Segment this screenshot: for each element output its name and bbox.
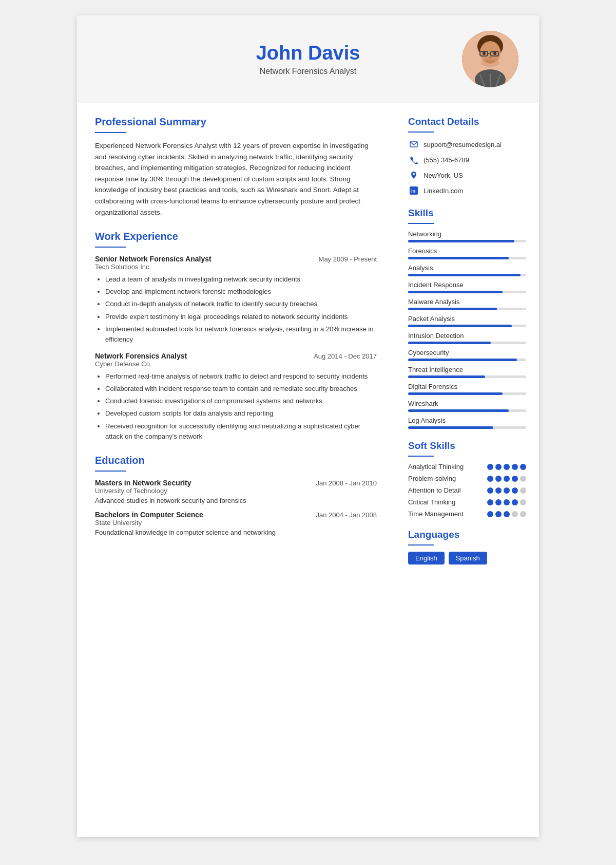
job-1-date: May 2009 - Present bbox=[319, 255, 377, 263]
contact-location: NewYork, US bbox=[408, 170, 526, 181]
skill-malware-bar-fill bbox=[408, 308, 497, 310]
dot-3 bbox=[504, 511, 510, 517]
job-2-title: Network Forensics Analyst bbox=[95, 352, 187, 360]
soft-skill-critical: Critical Thinking bbox=[408, 498, 526, 506]
languages-divider bbox=[408, 544, 434, 546]
skill-incident-response-bar-fill bbox=[408, 291, 503, 293]
svg-point-8 bbox=[489, 57, 492, 59]
dot-4 bbox=[512, 476, 518, 482]
dot-2 bbox=[495, 499, 502, 505]
skills-divider bbox=[408, 223, 434, 224]
contact-title: Contact Details bbox=[408, 116, 526, 127]
skill-threat: Threat Intelligence bbox=[408, 366, 526, 378]
dot-1 bbox=[487, 511, 493, 517]
summary-section: Professional Summary Experienced Network… bbox=[95, 116, 377, 218]
skill-forensics-bar-fill bbox=[408, 257, 509, 259]
skill-log-bar-fill bbox=[408, 426, 493, 429]
soft-skill-analytical-name: Analytical Thinking bbox=[408, 463, 464, 471]
location-icon bbox=[408, 170, 419, 181]
soft-skill-attention: Attention to Detail bbox=[408, 486, 526, 494]
svg-point-7 bbox=[493, 52, 496, 55]
soft-skill-problem-dots bbox=[487, 476, 526, 482]
soft-skill-analytical-dots bbox=[487, 464, 526, 470]
dot-5 bbox=[520, 476, 526, 482]
job-2-date: Aug 2014 - Dec 2017 bbox=[314, 352, 377, 360]
education-title: Education bbox=[95, 455, 377, 466]
job-1-bullet-2: Develop and implement network forensic m… bbox=[105, 287, 377, 297]
job-1-bullet-5: Implemented automated tools for network … bbox=[105, 324, 377, 345]
summary-text: Experienced Network Forensics Analyst wi… bbox=[95, 140, 377, 218]
job-1: Senior Network Forensics Analyst May 200… bbox=[95, 255, 377, 345]
dot-3 bbox=[504, 464, 510, 470]
degree-2-school: State University bbox=[95, 519, 377, 526]
svg-point-15 bbox=[413, 173, 415, 175]
soft-skill-time: Time Management bbox=[408, 510, 526, 518]
summary-title: Professional Summary bbox=[95, 116, 377, 128]
skill-intrusion: Intrusion Detection bbox=[408, 332, 526, 344]
skills-section: Skills Networking Forensics Analysis Inc… bbox=[408, 208, 526, 429]
job-2-bullet-1: Performed real-time analysis of network … bbox=[105, 371, 377, 382]
location-text: NewYork, US bbox=[424, 172, 463, 179]
skill-intrusion-bar-fill bbox=[408, 342, 491, 344]
skill-wireshark: Wireshark bbox=[408, 400, 526, 412]
dot-1 bbox=[487, 464, 493, 470]
skill-networking: Networking bbox=[408, 230, 526, 242]
dot-5 bbox=[520, 464, 526, 470]
skill-networking-name: Networking bbox=[408, 230, 526, 238]
job-1-title: Senior Network Forensics Analyst bbox=[95, 255, 211, 263]
dot-4 bbox=[512, 499, 518, 505]
avatar-image bbox=[462, 31, 518, 87]
skill-packet: Packet Analysis bbox=[408, 315, 526, 327]
degree-1-desc: Advanced studies in network security and… bbox=[95, 497, 377, 504]
dot-5 bbox=[520, 511, 526, 517]
soft-skill-attention-name: Attention to Detail bbox=[408, 486, 461, 494]
contact-divider bbox=[408, 131, 434, 133]
soft-skill-critical-dots bbox=[487, 499, 526, 505]
lang-spanish: Spanish bbox=[449, 552, 487, 565]
languages-title: Languages bbox=[408, 529, 526, 540]
skill-malware-name: Malware Analysis bbox=[408, 298, 526, 306]
skill-forensics: Forensics bbox=[408, 247, 526, 259]
linkedin-text: LinkedIn.com bbox=[424, 187, 463, 195]
skill-cybersecurity-bar-fill bbox=[408, 359, 517, 361]
degree-2: Bachelors in Computer Science Jan 2004 -… bbox=[95, 511, 377, 536]
skill-intrusion-name: Intrusion Detection bbox=[408, 332, 526, 340]
soft-skill-analytical: Analytical Thinking bbox=[408, 463, 526, 471]
dot-3 bbox=[504, 476, 510, 482]
job-1-bullet-4: Provide expert testimony in legal procee… bbox=[105, 312, 377, 322]
soft-skill-time-name: Time Management bbox=[408, 510, 464, 518]
skill-analysis-name: Analysis bbox=[408, 264, 526, 272]
job-2-bullet-4: Developed custom scripts for data analys… bbox=[105, 408, 377, 419]
skill-threat-name: Threat Intelligence bbox=[408, 366, 526, 373]
skill-networking-bar-bg bbox=[408, 240, 526, 242]
dot-4 bbox=[512, 464, 518, 470]
candidate-title: Network Forensics Analyst bbox=[154, 67, 462, 76]
contact-phone: (555) 345-6789 bbox=[408, 154, 526, 165]
degree-1-header: Masters in Network Security Jan 2008 - J… bbox=[95, 479, 377, 487]
skill-incident-response-name: Incident Response bbox=[408, 281, 526, 289]
education-section: Education Masters in Network Security Ja… bbox=[95, 455, 377, 536]
education-divider bbox=[95, 471, 126, 472]
skill-malware-bar-bg bbox=[408, 308, 526, 310]
soft-skills-section: Soft Skills Analytical Thinking Problem-… bbox=[408, 440, 526, 518]
skill-forensics-bar-bg bbox=[408, 257, 526, 259]
left-column: Professional Summary Experienced Network… bbox=[77, 103, 395, 577]
job-1-bullet-1: Lead a team of analysts in investigating… bbox=[105, 274, 377, 285]
skill-threat-bar-bg bbox=[408, 375, 526, 378]
skill-intrusion-bar-bg bbox=[408, 342, 526, 344]
language-tags: English Spanish bbox=[408, 552, 526, 565]
job-1-bullets: Lead a team of analysts in investigating… bbox=[95, 274, 377, 345]
job-1-company: Tech Solutions Inc. bbox=[95, 263, 377, 271]
skill-cybersecurity-bar-bg bbox=[408, 359, 526, 361]
resume-header: John Davis Network Forensics Analyst bbox=[77, 15, 539, 103]
dot-3 bbox=[504, 487, 510, 494]
skill-wireshark-bar-bg bbox=[408, 409, 526, 412]
skill-log-name: Log Analysis bbox=[408, 417, 526, 424]
contact-section: Contact Details support@resumedesign.ai bbox=[408, 116, 526, 196]
skills-title: Skills bbox=[408, 208, 526, 219]
skill-packet-bar-bg bbox=[408, 325, 526, 327]
skill-analysis: Analysis bbox=[408, 264, 526, 276]
skill-log: Log Analysis bbox=[408, 417, 526, 429]
job-2-bullet-2: Collaborated with incident response team… bbox=[105, 384, 377, 394]
header-text: John Davis Network Forensics Analyst bbox=[154, 42, 462, 76]
